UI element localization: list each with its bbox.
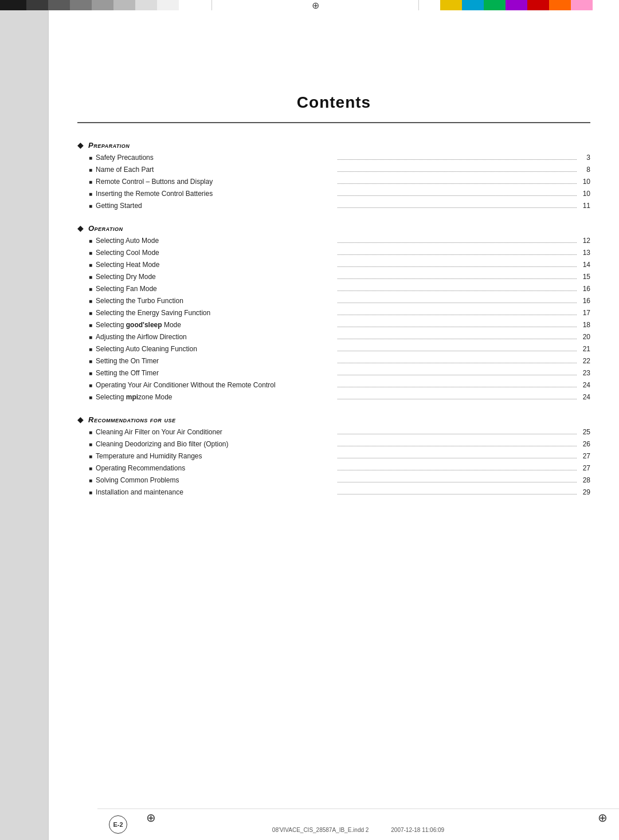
toc-dots bbox=[338, 482, 577, 482]
bullet: ■ bbox=[89, 154, 92, 162]
toc-item: ■ Getting Started 11 bbox=[89, 201, 590, 211]
goodsleep-text: good'sleep bbox=[126, 321, 162, 329]
toc-item: ■ Operating Recommendations 27 bbox=[89, 463, 590, 473]
toc-page: 29 bbox=[579, 487, 590, 497]
toc-text: Selecting the Energy Saving Function bbox=[96, 308, 335, 318]
toc-dots bbox=[338, 363, 577, 363]
toc-page: 27 bbox=[579, 451, 590, 461]
toc-item: ■ Name of Each Part 8 bbox=[89, 164, 590, 175]
bullet: ■ bbox=[89, 309, 92, 317]
bullet: ■ bbox=[89, 345, 92, 354]
toc-text: Selecting the Turbo Function bbox=[96, 296, 335, 306]
toc-text: Cleaning Deodorizing and Bio filter (Opt… bbox=[96, 439, 335, 449]
section-header-recommendations: ◆ Recommendations for use bbox=[77, 415, 590, 424]
toc-dots bbox=[338, 303, 577, 303]
crosshair-bottom-right: ⊕ bbox=[598, 811, 608, 825]
toc-item: ■ Cleaning Air Filter on Your Air Condit… bbox=[89, 427, 590, 437]
top-bar-center: ⊕ bbox=[212, 0, 418, 10]
toc-text: Getting Started bbox=[96, 201, 335, 211]
toc-item: ■ Remote Control – Buttons and Display 1… bbox=[89, 176, 590, 187]
toc-dots bbox=[338, 446, 577, 446]
toc-page: 24 bbox=[579, 380, 590, 390]
toc-item: ■ Selecting Heat Mode 14 bbox=[89, 260, 590, 270]
bullet: ■ bbox=[89, 464, 92, 473]
crosshair-top: ⊕ bbox=[312, 0, 319, 11]
toc-page: 10 bbox=[579, 176, 590, 187]
toc-page: 3 bbox=[579, 152, 590, 163]
toc-dots bbox=[338, 399, 577, 399]
section-title-preparation: Preparation bbox=[88, 141, 130, 150]
toc-page: 10 bbox=[579, 189, 590, 199]
top-color-bar: ⊕ bbox=[0, 0, 619, 10]
toc-text-mpizone: Selecting mpizone Mode bbox=[96, 392, 335, 402]
toc-text-goodsleep: Selecting good'sleep Mode bbox=[96, 320, 335, 330]
bottom-file-info: 08'VIVACE_CIS_28587A_IB_E.indd 2 2007-12… bbox=[272, 827, 444, 833]
bullet: ■ bbox=[89, 249, 92, 257]
toc-item: ■ Installation and maintenance 29 bbox=[89, 487, 590, 497]
toc-text: Selecting Auto Mode bbox=[96, 235, 335, 246]
toc-item: ■ Setting the Off Timer 23 bbox=[89, 368, 590, 378]
toc-text: Solving Common Problems bbox=[96, 475, 335, 485]
bullet: ■ bbox=[89, 440, 92, 449]
toc-text: Selecting Cool Mode bbox=[96, 248, 335, 258]
bullet: ■ bbox=[89, 357, 92, 366]
toc-text: Remote Control – Buttons and Display bbox=[96, 176, 335, 187]
toc-item-goodsleep: ■ Selecting good'sleep Mode 18 bbox=[89, 320, 590, 330]
toc-text: Operating Recommendations bbox=[96, 463, 335, 473]
bullet: ■ bbox=[89, 321, 92, 329]
section-header-operation: ◆ Operation bbox=[77, 223, 590, 233]
toc-dots bbox=[338, 387, 577, 387]
toc-dots bbox=[338, 351, 577, 351]
toc-dots bbox=[338, 339, 577, 339]
toc-dots bbox=[338, 375, 577, 375]
file-date: 2007-12-18 11:06:09 bbox=[391, 827, 444, 833]
toc-dots bbox=[338, 183, 577, 184]
toc-text: Selecting Dry Mode bbox=[96, 272, 335, 282]
page-badge: E-2 bbox=[109, 815, 127, 834]
toc-page: 8 bbox=[579, 164, 590, 175]
diamond-operation: ◆ bbox=[77, 223, 84, 233]
toc-dots bbox=[338, 266, 577, 267]
section-operation: ◆ Operation ■ Selecting Auto Mode 12 ■ S… bbox=[77, 223, 590, 402]
toc-item: ■ Selecting the Energy Saving Function 1… bbox=[89, 308, 590, 318]
title-divider bbox=[77, 122, 590, 123]
toc-dots bbox=[338, 315, 577, 315]
toc-item: ■ Selecting Auto Cleaning Function 21 bbox=[89, 344, 590, 354]
toc-page: 18 bbox=[579, 320, 590, 330]
toc-page: 11 bbox=[579, 201, 590, 211]
zone-text: zone bbox=[138, 393, 153, 401]
toc-dots bbox=[338, 254, 577, 255]
toc-item: ■ Cleaning Deodorizing and Bio filter (O… bbox=[89, 439, 590, 449]
toc-page: 27 bbox=[579, 463, 590, 473]
toc-page: 17 bbox=[579, 308, 590, 318]
crosshair-bottom-left: ⊕ bbox=[146, 811, 156, 825]
toc-item: ■ Safety Precautions 3 bbox=[89, 152, 590, 163]
bottom-bar: ⊕ E-2 08'VIVACE_CIS_28587A_IB_E.indd 2 2… bbox=[97, 808, 619, 840]
toc-page: 21 bbox=[579, 344, 590, 354]
bullet: ■ bbox=[89, 297, 92, 305]
file-name: 08'VIVACE_CIS_28587A_IB_E.indd 2 bbox=[272, 827, 369, 833]
toc-page: 14 bbox=[579, 260, 590, 270]
toc-page: 23 bbox=[579, 368, 590, 378]
toc-item-mpizone: ■ Selecting mpizone Mode 24 bbox=[89, 392, 590, 402]
mpizone-text: mpi bbox=[126, 393, 138, 401]
bullet: ■ bbox=[89, 273, 92, 281]
toc-items-preparation: ■ Safety Precautions 3 ■ Name of Each Pa… bbox=[89, 152, 590, 211]
section-title-operation: Operation bbox=[88, 224, 123, 233]
bullet: ■ bbox=[89, 237, 92, 245]
toc-item: ■ Inserting the Remote Control Batteries… bbox=[89, 189, 590, 199]
toc-items-recommendations: ■ Cleaning Air Filter on Your Air Condit… bbox=[89, 427, 590, 497]
main-content: Contents ◆ Preparation ■ Safety Precauti… bbox=[49, 10, 619, 840]
toc-dots bbox=[338, 494, 577, 494]
bullet: ■ bbox=[89, 393, 92, 402]
toc-page: 13 bbox=[579, 248, 590, 258]
toc-text: Name of Each Part bbox=[96, 164, 335, 175]
toc-dots bbox=[338, 242, 577, 243]
left-panel bbox=[0, 0, 49, 840]
toc-item: ■ Selecting Fan Mode 16 bbox=[89, 284, 590, 294]
section-title-recommendations: Recommendations for use bbox=[88, 415, 175, 424]
toc-text: Installation and maintenance bbox=[96, 487, 335, 497]
toc-item: ■ Selecting Auto Mode 12 bbox=[89, 235, 590, 246]
bullet: ■ bbox=[89, 190, 92, 198]
bullet: ■ bbox=[89, 428, 92, 437]
